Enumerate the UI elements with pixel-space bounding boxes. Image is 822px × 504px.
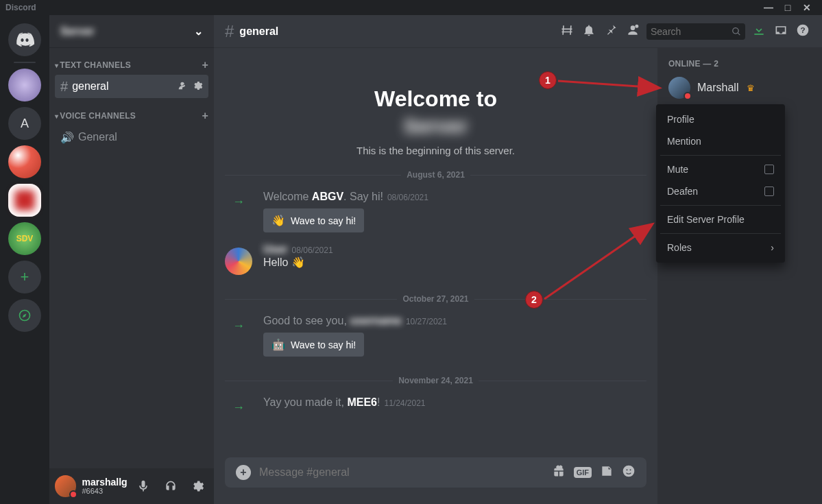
date-divider: October 27, 2021 bbox=[225, 294, 646, 304]
channel-title: general bbox=[239, 25, 278, 38]
window-maximize[interactable]: □ bbox=[778, 2, 797, 13]
join-arrow-icon: → bbox=[232, 400, 245, 415]
system-message: → Welcome ABGV. Say hi!08/06/2021 👋Wave … bbox=[225, 185, 646, 238]
members-header: Online — 2 bbox=[663, 59, 817, 69]
wave-emoji-icon: 👋 bbox=[291, 256, 305, 268]
message-input[interactable] bbox=[259, 466, 544, 479]
avatar[interactable] bbox=[55, 475, 76, 497]
join-arrow-icon: → bbox=[232, 319, 245, 357]
menu-edit-server-profile[interactable]: Edit Server Profile bbox=[660, 208, 781, 230]
crown-icon: ♛ bbox=[747, 83, 755, 93]
chevron-down-icon: ⌄ bbox=[194, 25, 203, 38]
mute-button[interactable] bbox=[133, 475, 154, 497]
checkbox-icon bbox=[764, 187, 774, 196]
deafen-button[interactable] bbox=[160, 475, 181, 497]
wave-button[interactable]: 👋Wave to say hi! bbox=[263, 208, 364, 232]
server-item-active[interactable] bbox=[8, 184, 41, 217]
join-arrow-icon: → bbox=[232, 195, 245, 232]
invite-icon[interactable] bbox=[177, 80, 188, 93]
settings-button[interactable] bbox=[187, 475, 208, 497]
server-item[interactable]: SDV bbox=[8, 222, 41, 255]
wave-emoji-icon: 👋 bbox=[271, 214, 285, 227]
category-text[interactable]: ▾ TEXT CHANNELS + bbox=[49, 48, 214, 74]
threads-icon[interactable] bbox=[559, 23, 575, 40]
home-button[interactable] bbox=[8, 23, 41, 56]
notifications-icon[interactable] bbox=[581, 23, 597, 40]
menu-mute[interactable]: Mute bbox=[660, 158, 781, 180]
user-panel: marshallg #6643 bbox=[49, 468, 214, 504]
annotation-badge-2: 2 bbox=[525, 291, 543, 309]
date-divider: November 24, 2021 bbox=[225, 376, 646, 385]
welcome-subtitle: This is the beginning of this server. bbox=[225, 145, 646, 156]
server-dropdown[interactable]: Server ⌄ bbox=[49, 15, 214, 48]
add-channel-button[interactable]: + bbox=[202, 59, 208, 71]
menu-profile[interactable]: Profile bbox=[660, 108, 781, 130]
channel-header: # general ? bbox=[214, 15, 822, 48]
window-minimize[interactable]: — bbox=[759, 2, 778, 13]
inbox-icon[interactable] bbox=[773, 23, 789, 40]
gift-icon[interactable] bbox=[552, 464, 566, 481]
welcome-block: Welcome to Server This is the beginning … bbox=[225, 86, 646, 156]
titlebar: Discord — □ ✕ bbox=[0, 0, 822, 15]
user-context-menu: Profile Mention Mute Deafen Edit Server … bbox=[656, 104, 785, 263]
system-message: → Yay you made it, MEE6!11/24/2021 bbox=[225, 391, 646, 420]
server-rail: A SDV + bbox=[0, 15, 49, 504]
status-dnd-icon bbox=[69, 490, 77, 499]
avatar[interactable] bbox=[225, 248, 252, 275]
welcome-title: Welcome to bbox=[225, 86, 646, 112]
annotation-badge-1: 1 bbox=[539, 71, 557, 89]
gear-icon[interactable] bbox=[192, 80, 203, 93]
checkbox-icon bbox=[764, 165, 774, 174]
menu-deafen[interactable]: Deafen bbox=[660, 180, 781, 202]
help-icon[interactable]: ? bbox=[795, 23, 811, 40]
search-input[interactable] bbox=[646, 23, 745, 40]
emoji-icon[interactable] bbox=[622, 464, 636, 481]
gif-button[interactable]: GIF bbox=[574, 467, 592, 478]
server-item[interactable] bbox=[8, 145, 41, 178]
user-message: User08/06/2021 Hello 👋 bbox=[225, 238, 646, 280]
download-icon[interactable] bbox=[751, 23, 767, 40]
sticker-icon[interactable] bbox=[600, 464, 614, 481]
attach-button[interactable]: + bbox=[236, 465, 251, 480]
message-composer[interactable]: + GIF bbox=[225, 457, 646, 488]
chevron-down-icon: ▾ bbox=[55, 112, 58, 120]
server-item[interactable]: A bbox=[8, 107, 41, 140]
explore-button[interactable] bbox=[8, 299, 41, 332]
avatar bbox=[668, 77, 690, 99]
svg-point-4 bbox=[627, 469, 628, 470]
chevron-down-icon: ▾ bbox=[55, 62, 58, 69]
username: marshallg bbox=[82, 477, 127, 487]
voice-channel-general[interactable]: 🔊 General bbox=[55, 125, 208, 149]
wave-button[interactable]: 🤖Wave to say hi! bbox=[263, 333, 364, 357]
members-toggle[interactable] bbox=[625, 23, 641, 40]
chevron-right-icon: › bbox=[771, 242, 774, 253]
menu-mention[interactable]: Mention bbox=[660, 130, 781, 152]
chat-area: Welcome to Server This is the beginning … bbox=[214, 48, 657, 504]
pinned-icon[interactable] bbox=[603, 23, 619, 40]
svg-point-5 bbox=[630, 469, 631, 470]
window-close[interactable]: ✕ bbox=[797, 2, 817, 13]
robot-emoji-icon: 🤖 bbox=[271, 338, 285, 351]
app-name: Discord bbox=[5, 3, 36, 12]
user-tag: #6643 bbox=[82, 487, 127, 495]
svg-text:?: ? bbox=[800, 25, 805, 34]
channel-general[interactable]: # general bbox=[55, 75, 208, 98]
add-server-button[interactable]: + bbox=[8, 261, 41, 293]
hash-icon: # bbox=[60, 79, 68, 95]
member-marshall[interactable]: Marshall ♛ bbox=[663, 73, 817, 103]
date-divider: August 6, 2021 bbox=[225, 170, 646, 180]
channel-sidebar: Server ⌄ ▾ TEXT CHANNELS + # general ▾ V… bbox=[49, 15, 214, 504]
category-voice[interactable]: ▾ VOICE CHANNELS + bbox=[49, 99, 214, 125]
system-message: → Good to see you, username10/27/2021 🤖W… bbox=[225, 309, 646, 362]
svg-point-3 bbox=[623, 465, 635, 477]
server-item[interactable] bbox=[8, 69, 41, 101]
speaker-icon: 🔊 bbox=[60, 131, 74, 144]
add-channel-button[interactable]: + bbox=[202, 110, 208, 122]
status-dnd-icon bbox=[684, 92, 692, 100]
hash-icon: # bbox=[225, 22, 234, 41]
menu-roles[interactable]: Roles› bbox=[660, 237, 781, 259]
